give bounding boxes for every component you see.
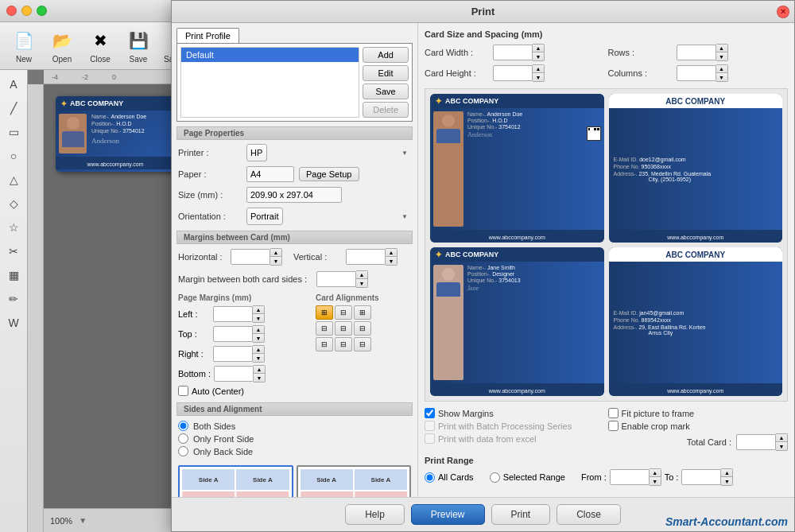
- align-top-right-btn[interactable]: ⊞: [354, 305, 371, 320]
- open-tool[interactable]: 📂 Open: [45, 25, 80, 67]
- margin-both-up-btn[interactable]: ▲: [356, 271, 367, 279]
- maximize-window-btn[interactable]: [37, 6, 47, 16]
- top-down-btn[interactable]: ▼: [253, 334, 264, 342]
- total-card-input[interactable]: 2: [736, 434, 776, 450]
- card-width-input[interactable]: 92.1: [493, 45, 533, 60]
- close-window-btn[interactable]: [6, 6, 17, 16]
- save-profile-btn[interactable]: Save: [363, 83, 409, 99]
- align-mid-right-btn[interactable]: ⊟: [354, 321, 371, 336]
- bottom-input[interactable]: 14.46: [214, 366, 254, 382]
- star-tool[interactable]: ☆: [2, 216, 25, 239]
- data-excel-checkbox[interactable]: [425, 433, 435, 444]
- rows-up[interactable]: ▲: [716, 45, 727, 52]
- selected-range-radio[interactable]: [490, 472, 500, 483]
- close-tool[interactable]: ✖ Close: [83, 25, 118, 67]
- both-sides-radio[interactable]: [178, 421, 188, 431]
- preview-btn[interactable]: Preview: [411, 504, 485, 525]
- card-height-input[interactable]: 60.7: [493, 65, 533, 81]
- auto-center-checkbox[interactable]: [178, 386, 188, 396]
- print-profile-tab[interactable]: Print Profile: [176, 28, 239, 43]
- text-tool[interactable]: A: [2, 73, 25, 95]
- card-height-down[interactable]: ▼: [533, 73, 544, 81]
- back-only-radio[interactable]: [178, 446, 188, 456]
- card-width-up[interactable]: ▲: [533, 45, 544, 52]
- printer-select[interactable]: HP: [246, 144, 267, 161]
- vertical-up-btn[interactable]: ▲: [386, 249, 397, 257]
- left-down-btn[interactable]: ▼: [253, 314, 264, 322]
- dialog-close-btn[interactable]: ✕: [777, 6, 789, 18]
- fit-picture-checkbox[interactable]: [608, 408, 619, 418]
- batch-processing-checkbox[interactable]: [425, 421, 435, 431]
- align-mid-center-btn[interactable]: ⊟: [335, 321, 352, 336]
- from-up[interactable]: ▲: [650, 469, 661, 477]
- right-label: Right :: [178, 349, 210, 359]
- to-input[interactable]: 1: [681, 469, 721, 485]
- top-input[interactable]: 6.35: [213, 326, 253, 342]
- horizontal-up-btn[interactable]: ▲: [270, 249, 281, 257]
- profile-list[interactable]: Default: [180, 47, 359, 118]
- save-tool[interactable]: 💾 Save: [121, 25, 156, 67]
- from-input[interactable]: 1: [610, 469, 650, 485]
- align-top-center-btn[interactable]: ⊟: [335, 305, 352, 320]
- vertical-down-btn[interactable]: ▼: [386, 257, 397, 265]
- from-down[interactable]: ▼: [650, 477, 661, 485]
- card-width-down[interactable]: ▼: [533, 52, 544, 60]
- total-card-up[interactable]: ▲: [776, 434, 787, 442]
- rows-input[interactable]: 1: [677, 45, 716, 60]
- add-profile-btn[interactable]: Add: [363, 47, 409, 63]
- help-btn[interactable]: Help: [345, 504, 405, 525]
- word-art-tool[interactable]: W: [2, 312, 25, 334]
- card-height-up[interactable]: ▲: [533, 65, 544, 73]
- columns-input[interactable]: 1: [677, 65, 716, 81]
- align-bot-right-btn[interactable]: ⊟: [354, 337, 371, 351]
- right-up-btn[interactable]: ▲: [253, 346, 264, 354]
- delete-profile-btn[interactable]: Delete: [363, 102, 409, 118]
- margin-both-down-btn[interactable]: ▼: [356, 279, 367, 287]
- bottom-up-btn[interactable]: ▲: [254, 366, 265, 374]
- vertical-input[interactable]: 0.0: [346, 249, 386, 265]
- orientation-select[interactable]: Portrait: [246, 208, 283, 225]
- new-tool[interactable]: 📄 New: [6, 25, 41, 67]
- align-bot-center-btn[interactable]: ⊟: [335, 337, 352, 351]
- barcode-tool[interactable]: ▦: [2, 264, 25, 286]
- rows-down[interactable]: ▼: [716, 52, 727, 60]
- to-up[interactable]: ▲: [721, 469, 732, 477]
- pen-tool[interactable]: ✏: [2, 288, 25, 310]
- top-up-btn[interactable]: ▲: [253, 326, 264, 334]
- page-setup-btn[interactable]: Page Setup: [299, 167, 359, 181]
- margin-both-input[interactable]: 0.0: [316, 271, 356, 287]
- right-down-btn[interactable]: ▼: [253, 354, 264, 362]
- shape-tool[interactable]: ◇: [2, 192, 25, 215]
- horizontal-input[interactable]: 0.0: [231, 249, 270, 265]
- layout-box-1[interactable]: Side A Side A ᴲpiS ᴲpiS: [178, 465, 293, 497]
- columns-down[interactable]: ▼: [716, 73, 727, 81]
- rect-tool[interactable]: ▭: [2, 121, 25, 143]
- dialog-title-text: Print: [471, 6, 495, 17]
- horizontal-down-btn[interactable]: ▼: [270, 257, 281, 265]
- edit-profile-btn[interactable]: Edit: [363, 65, 409, 81]
- close-btn[interactable]: Close: [556, 504, 621, 525]
- ellipse-tool[interactable]: ○: [2, 145, 25, 167]
- line-tool[interactable]: ╱: [2, 97, 25, 119]
- all-cards-radio[interactable]: [425, 472, 435, 483]
- to-down[interactable]: ▼: [721, 477, 732, 485]
- right-input[interactable]: 6.35: [213, 346, 253, 362]
- columns-up[interactable]: ▲: [716, 65, 727, 73]
- window-controls[interactable]: [6, 6, 47, 16]
- show-margins-checkbox[interactable]: [425, 408, 435, 418]
- print-btn[interactable]: Print: [491, 504, 551, 525]
- align-top-left-btn[interactable]: ⊞: [316, 305, 333, 320]
- profile-item-default[interactable]: Default: [181, 48, 359, 62]
- align-mid-left-btn[interactable]: ⊟: [316, 321, 333, 336]
- crop-mark-checkbox[interactable]: [608, 421, 619, 431]
- left-up-btn[interactable]: ▲: [253, 306, 264, 314]
- front-only-radio[interactable]: [178, 433, 188, 444]
- align-bot-left-btn[interactable]: ⊟: [316, 337, 333, 351]
- crop-tool[interactable]: ✂: [2, 240, 25, 262]
- total-card-down[interactable]: ▼: [776, 442, 787, 450]
- layout-box-2[interactable]: Side A Side A ᴲpiS ᴲpiS: [297, 465, 412, 497]
- minimize-window-btn[interactable]: [21, 6, 32, 16]
- bottom-down-btn[interactable]: ▼: [254, 374, 265, 382]
- triangle-tool[interactable]: △: [2, 169, 25, 191]
- left-input[interactable]: 6.35: [213, 306, 253, 322]
